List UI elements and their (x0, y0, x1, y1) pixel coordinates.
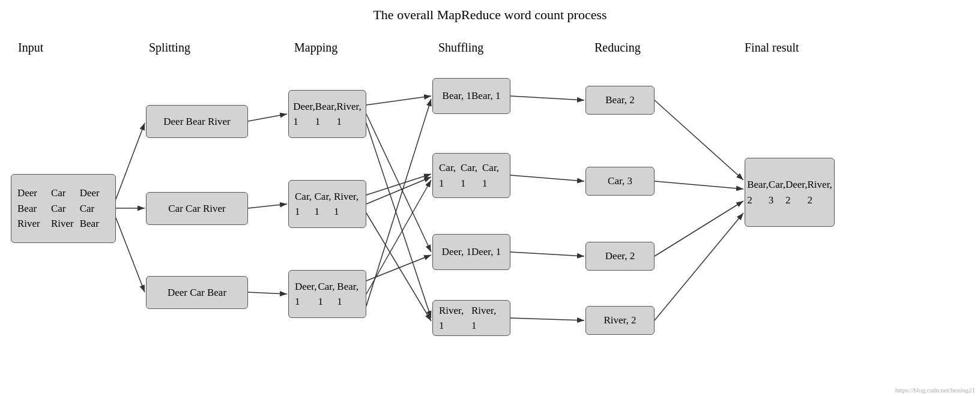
diagram: The overall MapReduce word count process (0, 0, 980, 396)
svg-line-17 (510, 175, 584, 181)
svg-line-19 (510, 318, 584, 320)
svg-line-7 (366, 96, 431, 105)
box-line: River, 1 (439, 303, 471, 334)
box-line: Deer, 2 (605, 248, 635, 264)
lbl-input: Input (18, 41, 43, 55)
box-shuf4: River, 1River, 1 (432, 300, 510, 336)
svg-line-4 (248, 114, 287, 121)
svg-line-9 (366, 123, 431, 318)
box-line: Car, 1 (315, 189, 334, 220)
box-line: Car Car River (51, 185, 80, 232)
box-line: River, 1 (336, 99, 361, 130)
box-split2: Car Car River (146, 192, 248, 225)
box-line: Car, 1 (318, 279, 337, 310)
box-map1: Deer, 1Bear, 1River, 1 (288, 90, 366, 138)
box-red1: Bear, 2 (585, 86, 655, 115)
svg-line-6 (248, 292, 287, 294)
svg-line-15 (366, 99, 431, 306)
svg-line-8 (366, 114, 431, 252)
box-line: Car Car River (168, 201, 225, 217)
box-line: Deer, 1 (442, 244, 471, 260)
svg-line-12 (366, 213, 431, 321)
box-line: Car, 3 (769, 177, 785, 208)
svg-line-13 (366, 255, 431, 281)
box-split3: Deer Car Bear (146, 276, 248, 309)
svg-line-5 (248, 204, 287, 208)
box-shuf3: Deer, 1Deer, 1 (432, 234, 510, 270)
box-line: Bear, 1 (337, 279, 360, 310)
svg-line-14 (366, 180, 431, 294)
box-line: Deer, 1 (471, 244, 501, 260)
box-input: Deer Bear RiverCar Car RiverDeer Car Bea… (11, 174, 116, 243)
lbl-reducing: Reducing (594, 41, 641, 55)
svg-line-18 (510, 252, 584, 256)
diagram-title: The overall MapReduce word count process (0, 7, 980, 23)
svg-line-23 (655, 213, 743, 320)
box-line: Deer Bear River (163, 114, 230, 130)
box-line: Bear, 1 (315, 99, 337, 130)
lbl-mapping: Mapping (294, 41, 337, 55)
svg-line-16 (510, 96, 584, 100)
lbl-splitting: Splitting (149, 41, 190, 55)
box-map2: Car, 1Car, 1River, 1 (288, 180, 366, 228)
lbl-shuffling: Shuffling (438, 41, 483, 55)
box-line: Bear, 2 (605, 92, 634, 108)
box-line: River, 2 (603, 313, 636, 328)
box-line: Car, 1 (461, 160, 482, 191)
box-shuf1: Bear, 1Bear, 1 (432, 78, 510, 114)
box-split1: Deer Bear River (146, 105, 248, 138)
svg-line-20 (655, 100, 743, 180)
box-line: Deer, 1 (295, 279, 318, 310)
box-line: River, 2 (808, 177, 832, 208)
svg-line-11 (366, 177, 431, 204)
svg-line-22 (655, 201, 743, 256)
lbl-final: Final result (745, 41, 799, 55)
svg-line-3 (116, 218, 145, 292)
box-red2: Car, 3 (585, 167, 655, 196)
box-line: Deer Car Bear (80, 185, 109, 232)
svg-line-21 (655, 181, 743, 189)
box-final: Bear, 2Car, 3Deer, 2River, 2 (745, 158, 835, 227)
box-line: Car, 1 (295, 189, 315, 220)
box-line: River, 1 (334, 189, 360, 220)
box-line: Car, 1 (482, 160, 504, 191)
svg-line-1 (116, 123, 145, 199)
svg-line-10 (366, 174, 431, 195)
box-red3: Deer, 2 (585, 242, 655, 271)
box-line: Deer, 2 (785, 177, 808, 208)
box-line: Deer Bear River (17, 185, 51, 232)
box-red4: River, 2 (585, 306, 655, 335)
box-line: Deer, 1 (293, 99, 315, 130)
box-line: Bear, 2 (747, 177, 769, 208)
box-line: Car, 3 (608, 173, 632, 189)
box-map3: Deer, 1Car, 1Bear, 1 (288, 270, 366, 318)
watermark: https://blog.csdn.net/hening21 (895, 386, 975, 394)
box-line: Deer Car Bear (168, 285, 226, 301)
box-line: River, 1 (471, 303, 504, 334)
box-line: Bear, 1 (471, 88, 500, 104)
box-line: Car, 1 (439, 160, 461, 191)
box-shuf2: Car, 1Car, 1Car, 1 (432, 153, 510, 198)
box-line: Bear, 1 (443, 88, 471, 104)
